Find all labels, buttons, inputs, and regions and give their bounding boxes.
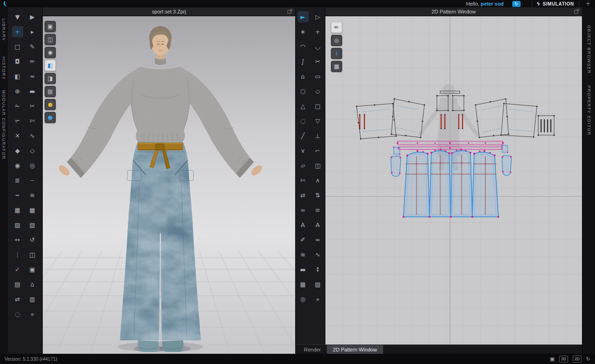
internal-polygon-tool-button[interactable]: △ xyxy=(298,100,309,111)
fold-arrangement-tool-button[interactable]: ◧ xyxy=(12,71,23,82)
base-line-tool-button[interactable]: ╱ xyxy=(298,130,309,141)
edit-seamline-tool-button[interactable]: ∫ xyxy=(298,56,309,67)
trace-tool-button[interactable]: ◫ xyxy=(312,160,324,171)
notch-tool-button[interactable]: ∨ xyxy=(298,145,309,156)
texture-transform-tool-button[interactable]: ⇄ xyxy=(12,293,23,305)
closet-sync-button[interactable]: ↻ xyxy=(512,1,521,7)
simulation-mode-tab[interactable]: ϟ SIMULATION xyxy=(537,1,574,7)
show-arrangement-points-toggle-button[interactable]: ▤ xyxy=(45,86,56,97)
show-3d-texture-toggle-button[interactable]: ● xyxy=(45,112,56,123)
rail-tab-library[interactable]: LIBRARY xyxy=(1,19,6,41)
grade-pattern-tool-button[interactable]: ≡ xyxy=(312,204,324,215)
rail-tab-modular-configurator[interactable]: MODULAR CONFIGURATOR xyxy=(1,90,6,160)
perpendicular-line-tool-button[interactable]: ⊥ xyxy=(312,130,324,141)
render-style-toggle-button[interactable]: ▣ xyxy=(45,21,56,32)
show-avatar-toggle-button[interactable]: ◉ xyxy=(45,47,56,58)
3d-scene[interactable] xyxy=(43,16,295,354)
zipper-tool-button[interactable]: ≣ xyxy=(12,175,23,186)
wind-tool-button[interactable]: ≈ xyxy=(27,71,38,82)
popout-icon[interactable] xyxy=(287,9,292,14)
walk-pattern-tool-button[interactable]: ∞ xyxy=(298,204,309,215)
buttonhole-tool-button[interactable]: ◎ xyxy=(27,160,38,171)
pattern-outline-tool-button[interactable]: ▱ xyxy=(298,160,309,171)
add-mode-icon[interactable]: + xyxy=(586,0,590,7)
pleat-tool-button[interactable]: ∧ xyxy=(312,175,324,186)
measure-tool-button[interactable]: ↔ xyxy=(12,234,23,245)
circle-pattern-tool-button[interactable]: ○ xyxy=(298,85,309,97)
pressure-map-toggle-button[interactable]: ▧ xyxy=(27,219,38,230)
unfold-pattern-tool-button[interactable]: ⇅ xyxy=(312,189,324,201)
2d-pattern-scene[interactable] xyxy=(325,16,582,345)
sewing-tool-button[interactable]: ✁ xyxy=(12,100,23,111)
uv-map-tool-button[interactable]: ⌂ xyxy=(27,279,38,290)
button-tool-button[interactable]: ◉ xyxy=(12,160,23,171)
edit-curvature-tool-button[interactable]: ◠ xyxy=(298,41,309,52)
strain-map-toggle-button[interactable]: ▨ xyxy=(12,219,23,230)
topstitch-tool-button[interactable]: ╌ xyxy=(27,175,38,186)
steam-tool-button[interactable]: ∿ xyxy=(27,130,38,141)
cut-pattern-tool-button[interactable]: ✂ xyxy=(312,56,324,67)
edit-texture-tool-button[interactable]: ✏ xyxy=(331,22,342,33)
avatar-scan-tool-button[interactable]: ◌ xyxy=(12,308,23,319)
internal-dart-tool-button[interactable]: ▽ xyxy=(312,115,324,126)
rail-tab-property-editor[interactable]: PROPERTY EDITOR xyxy=(587,85,591,136)
free-sewing-tool-button[interactable]: ✃ xyxy=(12,115,23,126)
edit-annotation-tool-button[interactable]: ✐ xyxy=(298,234,309,245)
pattern-information-toggle-button[interactable]: i xyxy=(331,48,342,59)
cut-and-sew-tool-button[interactable]: ✄ xyxy=(298,175,309,186)
toggle-3d-view[interactable]: 3D xyxy=(559,356,568,363)
morph-tool-button[interactable]: ◇ xyxy=(27,145,38,156)
grainline-tool-button[interactable]: ↕ xyxy=(312,264,324,275)
surface-style-toggle-button[interactable]: ◫ xyxy=(45,34,56,45)
wave-seam-tool-button[interactable]: ∿ xyxy=(312,249,324,260)
grading-tool-button[interactable]: ⋮ xyxy=(12,249,23,260)
flip-pattern-tool-button[interactable]: ⇄ xyxy=(298,189,309,201)
fabric-stack-tool-button[interactable]: ▤ xyxy=(12,279,23,290)
solidify-tool-button[interactable]: ◆ xyxy=(12,145,23,156)
select-mesh-tool-button[interactable]: ▸ xyxy=(27,26,38,37)
show-pattern-toggle-button[interactable]: ◎ xyxy=(331,35,342,46)
internal-rectangle-tool-button[interactable]: □ xyxy=(312,100,324,111)
edit-curve-point-tool-button[interactable]: ◡ xyxy=(312,41,324,52)
avatar-tape-tool-button[interactable]: ▬ xyxy=(27,85,38,97)
show-avatar-light-toggle-button[interactable]: ● xyxy=(45,99,56,110)
select-move-tool-button[interactable]: + xyxy=(12,26,23,37)
sewing-brush-tool-button[interactable]: ✄ xyxy=(27,115,38,126)
fit-map-toggle-button[interactable]: ▦ xyxy=(12,204,23,215)
trim-tool-button[interactable]: ✓ xyxy=(12,264,23,275)
tab-render[interactable]: Render xyxy=(298,345,327,354)
3d-scene-canvas[interactable]: ▣◫◉◧◨▤●● xyxy=(43,16,295,354)
floating-window-icon[interactable]: ▣ xyxy=(550,356,555,362)
toggle-2d-view[interactable]: 2D xyxy=(573,356,582,363)
dart-tool-button[interactable]: ◇ xyxy=(312,85,324,97)
2d-window-title-bar[interactable]: 2D Pattern Window xyxy=(325,7,582,16)
show-base-pattern-toggle-button[interactable]: ▦ xyxy=(331,61,342,72)
transform-pattern-tool-button[interactable]: ► xyxy=(298,11,309,22)
modular-tool-button[interactable]: ▣ xyxy=(27,264,38,275)
pin-box-tool-button[interactable]: ◘ xyxy=(12,56,23,67)
polygon-pattern-tool-button[interactable]: ⌂ xyxy=(298,71,309,82)
edit-topstitch-tool-button[interactable]: ╍ xyxy=(12,189,23,201)
circumference-measure-tool-button[interactable]: ↺ xyxy=(27,234,38,245)
popout-icon[interactable] xyxy=(574,9,579,14)
2d-pattern-canvas[interactable]: ✏◎i▦ xyxy=(325,16,582,345)
gizmo-tool-button[interactable]: ⊕ xyxy=(12,85,23,97)
puckering-tool-button[interactable]: ≋ xyxy=(27,189,38,201)
internal-circle-tool-button[interactable]: ◌ xyxy=(298,115,309,126)
box-select-tool-button[interactable]: □ xyxy=(12,41,23,52)
layer-clone-tool-button[interactable]: ◫ xyxy=(27,249,38,260)
stress-map-toggle-button[interactable]: ▩ xyxy=(27,204,38,215)
animation-mode-button[interactable]: ▶ xyxy=(27,11,38,22)
detach-sewing-tool-button[interactable]: ✕ xyxy=(12,130,23,141)
fabric-pattern-tool-button[interactable]: ▨ xyxy=(312,279,324,290)
show-garment-toggle-button[interactable]: ◧ xyxy=(45,60,56,71)
pattern-annotation-tool-button[interactable]: A xyxy=(312,219,324,230)
rectangle-pattern-tool-button[interactable]: ▭ xyxy=(312,71,324,82)
refresh-icon[interactable]: ↻ xyxy=(586,356,590,362)
show-dressform-toggle-button[interactable]: ◨ xyxy=(45,73,56,84)
seam-allowance-tool-button[interactable]: ⌐ xyxy=(312,145,324,156)
annotation-text-tool-button[interactable]: A xyxy=(298,219,309,230)
elastic-tool-button[interactable]: ≈ xyxy=(312,234,324,245)
bonding-tape-tool-button[interactable]: ▬ xyxy=(298,264,309,275)
more-2d-tools-button[interactable]: » xyxy=(312,293,324,305)
